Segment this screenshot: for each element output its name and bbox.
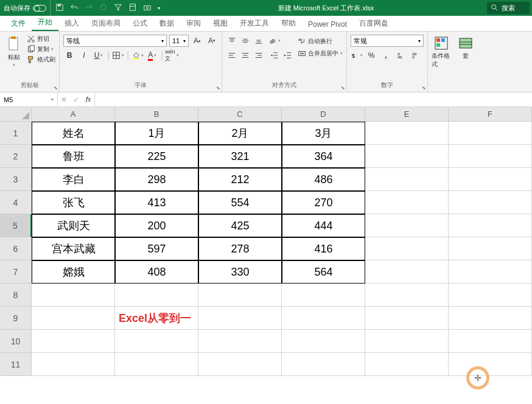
tab-page-layout[interactable]: 页面布局	[85, 16, 127, 31]
tab-file[interactable]: 文件	[5, 16, 32, 31]
row-header[interactable]: 4	[0, 191, 32, 214]
increase-indent-button[interactable]	[282, 49, 294, 61]
column-header[interactable]: F	[449, 107, 532, 122]
column-header[interactable]: E	[365, 107, 449, 122]
cell[interactable]: 嫦娥	[32, 260, 115, 284]
row-header[interactable]: 8	[0, 284, 32, 307]
italic-button[interactable]: I	[78, 49, 90, 61]
tab-insert[interactable]: 插入	[58, 16, 85, 31]
align-bottom-button[interactable]	[253, 35, 265, 47]
number-dialog-launcher-icon[interactable]: ⬊	[422, 85, 426, 91]
cell[interactable]	[365, 307, 449, 330]
cell[interactable]: 564	[282, 260, 365, 284]
formula-input[interactable]	[95, 92, 532, 106]
row-header[interactable]: 7	[0, 260, 32, 284]
cell[interactable]	[198, 307, 282, 330]
tab-review[interactable]: 审阅	[180, 16, 207, 31]
cell[interactable]: 武则天	[32, 214, 115, 237]
tab-developer[interactable]: 开发工具	[234, 16, 275, 31]
tab-help[interactable]: 帮助	[275, 16, 302, 31]
cell[interactable]: 1月	[115, 122, 198, 145]
font-size-select[interactable]: 11▾	[169, 35, 189, 47]
align-left-button[interactable]	[226, 49, 238, 61]
name-box[interactable]: M5▾	[0, 92, 58, 106]
align-right-button[interactable]	[253, 49, 265, 61]
row-header[interactable]: 10	[0, 330, 32, 353]
tab-data[interactable]: 数据	[153, 16, 180, 31]
cell[interactable]	[282, 307, 365, 330]
accounting-button[interactable]: $	[351, 49, 363, 61]
cell[interactable]: 330	[198, 260, 282, 284]
column-header[interactable]: C	[198, 107, 282, 122]
insert-function-button[interactable]: fx	[82, 94, 94, 106]
cell[interactable]	[365, 330, 449, 353]
cell[interactable]: 225	[115, 145, 198, 168]
cell[interactable]	[365, 145, 449, 168]
cell[interactable]	[115, 330, 198, 353]
cell[interactable]: 298	[115, 168, 198, 191]
bold-button[interactable]: B	[63, 49, 75, 61]
cell[interactable]	[115, 284, 198, 307]
cell[interactable]	[449, 191, 532, 214]
cell[interactable]	[449, 330, 532, 353]
row-header[interactable]: 5	[0, 214, 32, 237]
touch-icon[interactable]	[99, 3, 108, 13]
cell[interactable]: 张飞	[32, 191, 115, 214]
cell[interactable]: 408	[115, 260, 198, 284]
cell[interactable]	[449, 237, 532, 260]
orientation-button[interactable]: ab	[268, 35, 281, 47]
cell[interactable]	[198, 284, 282, 307]
number-format-select[interactable]: 常规▾	[351, 35, 424, 47]
row-header[interactable]: 11	[0, 353, 32, 376]
tab-power-pivot[interactable]: Power Pivot	[302, 18, 353, 31]
cell[interactable]: 278	[198, 237, 282, 260]
cell[interactable]: 486	[282, 168, 365, 191]
percent-button[interactable]: %	[365, 49, 377, 61]
cut-button[interactable]: 剪切	[27, 35, 55, 43]
conditional-formatting-button[interactable]: 条件格式	[432, 36, 451, 69]
cell[interactable]	[282, 284, 365, 307]
undo-icon[interactable]	[70, 3, 79, 13]
cell[interactable]	[449, 168, 532, 191]
cell[interactable]: 李白	[32, 168, 115, 191]
cell[interactable]	[365, 214, 449, 237]
cell[interactable]	[198, 330, 282, 353]
fill-color-button[interactable]	[131, 49, 144, 61]
merge-center-button[interactable]: 合并后居中▾	[298, 49, 343, 58]
cell[interactable]	[449, 145, 532, 168]
copy-button[interactable]: 复制▾	[27, 45, 55, 54]
cell[interactable]: Excel从零到一	[115, 307, 198, 330]
tab-home[interactable]: 开始	[32, 15, 58, 31]
cell[interactable]	[32, 284, 115, 307]
cell[interactable]	[449, 214, 532, 237]
cell[interactable]: 321	[198, 145, 282, 168]
cell[interactable]	[449, 260, 532, 284]
cell[interactable]	[32, 330, 115, 353]
decrease-indent-button[interactable]	[268, 49, 281, 61]
cell[interactable]	[449, 122, 532, 145]
cell[interactable]	[365, 237, 449, 260]
cell[interactable]: 3月	[282, 122, 365, 145]
filter-icon[interactable]	[114, 3, 122, 13]
cell[interactable]	[365, 353, 449, 376]
underline-button[interactable]: U	[93, 49, 105, 61]
row-header[interactable]: 9	[0, 307, 32, 330]
cell[interactable]	[365, 260, 449, 284]
cell[interactable]: 姓名	[32, 122, 115, 145]
column-header[interactable]: D	[282, 107, 365, 122]
column-header[interactable]: B	[115, 107, 198, 122]
tab-baidu[interactable]: 百度网盘	[353, 16, 394, 31]
paste-button[interactable]: 粘贴 ▾	[4, 33, 24, 68]
increase-decimal-button[interactable]: .0.00	[394, 49, 407, 61]
cell[interactable]: 413	[115, 191, 198, 214]
cell[interactable]: 270	[282, 191, 365, 214]
cell[interactable]	[449, 307, 532, 330]
row-header[interactable]: 2	[0, 145, 32, 168]
wrap-text-button[interactable]: ab自动换行	[298, 37, 343, 46]
cell[interactable]	[32, 307, 115, 330]
cells-area[interactable]: 姓名1月2月3月鲁班225321364李白298212486张飞41355427…	[32, 122, 532, 376]
comma-button[interactable]: ,	[380, 49, 392, 61]
cell[interactable]: 364	[282, 145, 365, 168]
cell[interactable]	[365, 122, 449, 145]
cell[interactable]	[365, 191, 449, 214]
